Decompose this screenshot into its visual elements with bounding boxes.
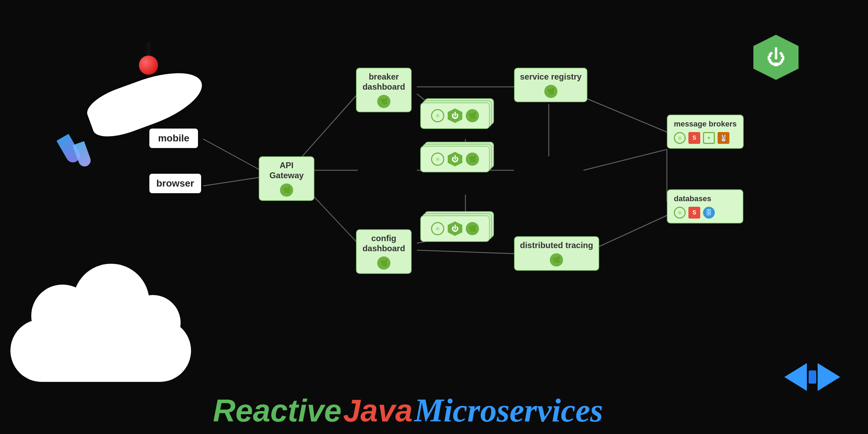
distributed-tracing-icons: 🌿 [520,253,593,267]
mb-rabbit-icon: 🐰 [718,132,729,144]
middle-microservices: ⚛ ⏻ 🌿 [420,146,490,172]
breaker-dashboard-box: breakerdashboard 🌿 [356,68,412,112]
cloud-illustration [10,285,191,382]
api-gateway-box: APIGateway 🌿 [259,156,314,201]
big-spring-logo: ⏻ [753,35,799,80]
bot-hex-icon: ⏻ [448,221,462,236]
top-leaf-icon: 🌿 [466,109,479,122]
cloud-body [10,319,191,382]
big-hex-icon: ⏻ [753,35,799,80]
mb-redis-icon: S [688,132,700,144]
bot-leaf-icon: 🌿 [466,222,479,235]
message-brokers-box: message brokers ⚛ S ✦ 🐰 [667,115,744,149]
mobile-label: mobile [158,133,189,144]
title-reactive: Reactive [213,393,341,428]
service-registry-icons: 🌿 [520,85,581,98]
top-microservices: ⚛ ⏻ 🌿 [420,103,490,129]
top-card-front: ⚛ ⏻ 🌿 [420,103,490,129]
mid-card-front: ⚛ ⏻ 🌿 [420,146,490,172]
bowtie-left-wing [784,363,807,391]
config-dashboard-box: configdashboard 🌿 [356,229,412,274]
api-gateway-icons: 🌿 [265,183,308,197]
breaker-dashboard-title: breakerdashboard [362,72,406,92]
bottom-microservices: ⚛ ⏻ 🌿 [420,215,490,242]
registry-leaf-icon: 🌿 [544,85,557,98]
mid-atom-icon: ⚛ [431,153,444,166]
config-dashboard-title: configdashboard [362,234,406,254]
distributed-tracing-title: distributed tracing [520,240,593,251]
databases-title: databases [674,194,736,203]
mobile-client-box: mobile [149,129,198,148]
service-registry-title: service registry [520,72,581,82]
bowtie-right-wing [818,363,840,391]
db-atom-icon: ⚛ [674,207,686,219]
config-dashboard-icons: 🌿 [362,256,406,270]
databases-icons: ⚛ S 🗄 [674,207,736,219]
databases-box: databases ⚛ S 🗄 [667,189,743,223]
db-mongo-icon: 🗄 [703,207,715,219]
browser-label: browser [156,178,194,189]
bot-atom-icon: ⚛ [431,222,444,235]
message-brokers-title: message brokers [674,120,737,129]
breaker-dashboard-icons: 🌿 [362,95,406,108]
breaker-leaf-icon: 🌿 [377,95,390,108]
mid-hex-icon: ⏻ [448,152,462,166]
mid-leaf-icon: 🌿 [466,153,479,166]
bot-card-front: ⚛ ⏻ 🌿 [420,215,490,242]
db-redis-icon: S [688,207,700,219]
distributed-tracing-box: distributed tracing 🌿 [514,236,599,271]
big-bowtie-decoration [784,363,840,392]
bowtie-center-knot [809,370,816,384]
config-leaf-icon: 🌿 [377,256,390,270]
mb-atom-icon: ⚛ [674,132,686,144]
top-hex-icon: ⏻ [448,108,462,123]
browser-client-box: browser [149,174,201,193]
tracing-leaf-icon: 🌿 [550,253,563,267]
message-brokers-icons: ⚛ S ✦ 🐰 [674,132,737,144]
main-container: mobile browser [0,0,868,434]
title-java: Java [343,393,413,428]
service-registry-box: service registry 🌿 [514,68,587,102]
robot-head-ball [139,56,158,75]
top-atom-icon: ⚛ [431,109,444,122]
mb-kafka-icon: ✦ [703,132,715,144]
spring-leaf-icon: 🌿 [280,183,293,197]
title-microservices: Microservices [414,392,603,429]
bottom-title: Reactive Java Microservices [69,394,746,427]
api-gateway-title: APIGateway [265,161,308,181]
